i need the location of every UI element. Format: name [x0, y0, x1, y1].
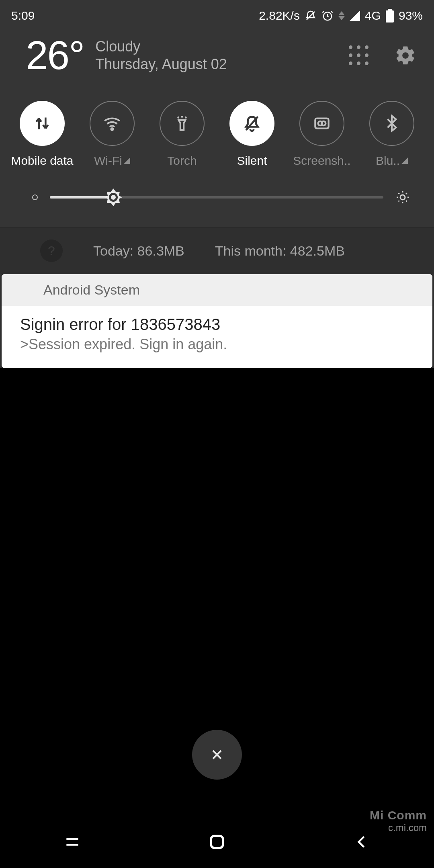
- mobile-data-icon: [20, 101, 65, 146]
- status-battery: 93%: [399, 9, 423, 23]
- status-speed: 2.82K/s: [259, 9, 300, 23]
- data-usage-row[interactable]: ? Today: 86.3MB This month: 482.5MB: [0, 227, 434, 274]
- expand-icon: [401, 158, 408, 164]
- nav-home-button[interactable]: [205, 833, 229, 851]
- watermark-line1: Mi Comm: [370, 809, 427, 822]
- toggle-bluetooth[interactable]: Blu..: [358, 101, 426, 168]
- status-right: 2.82K/s 4G 93%: [259, 9, 423, 23]
- expand-icon: [124, 158, 130, 164]
- brightness-slider[interactable]: [50, 196, 383, 199]
- toggle-torch[interactable]: Torch: [148, 101, 216, 168]
- weather-row: 26° Cloudy Thursday, August 02: [0, 24, 434, 86]
- svg-rect-15: [211, 836, 223, 848]
- watermark-line2: c.mi.com: [370, 822, 427, 833]
- close-icon: [209, 747, 225, 763]
- edit-tiles-icon[interactable]: [349, 45, 369, 66]
- svg-point-9: [111, 195, 116, 200]
- notification-panel: 5:09 2.82K/s 4G 93% 26° Cloudy Thursday,…: [0, 0, 434, 368]
- signal-icon: [350, 10, 360, 21]
- data-today: Today: 86.3MB: [93, 243, 184, 259]
- nav-recents-button[interactable]: [60, 833, 84, 851]
- screenshot-icon: [299, 101, 344, 146]
- toggle-mobile-data[interactable]: Mobile data: [8, 101, 76, 168]
- weather-text[interactable]: Cloudy Thursday, August 02: [95, 38, 227, 73]
- toggle-screenshot[interactable]: Screensh..: [288, 101, 356, 168]
- toggle-label: Screensh..: [293, 154, 350, 168]
- toggle-label: Blu..: [376, 154, 408, 168]
- weather-temp[interactable]: 26°: [26, 32, 84, 78]
- wifi-icon: [90, 101, 135, 146]
- help-icon: ?: [40, 240, 63, 262]
- quick-toggles: Mobile data Wi-Fi Torch Silent Screensh.…: [0, 86, 434, 172]
- toggle-silent[interactable]: Silent: [218, 101, 286, 168]
- svg-point-10: [400, 195, 405, 200]
- status-time: 5:09: [11, 9, 35, 23]
- settings-icon[interactable]: [395, 45, 416, 66]
- torch-icon: [160, 101, 205, 146]
- weather-condition: Cloudy: [95, 38, 227, 55]
- svg-point-6: [321, 121, 326, 125]
- bluetooth-icon: [369, 101, 414, 146]
- silent-icon: [229, 101, 274, 146]
- svg-point-2: [111, 128, 113, 130]
- status-bar: 5:09 2.82K/s 4G 93%: [0, 4, 434, 24]
- notification-body: Signin error for 1836573843 >Session exp…: [2, 306, 432, 368]
- slider-thumb-icon[interactable]: [104, 188, 123, 207]
- toggle-label: Mobile data: [11, 154, 73, 168]
- status-network: 4G: [365, 9, 381, 23]
- notification-subtitle: >Session expired. Sign in again.: [20, 336, 421, 353]
- notification-card[interactable]: Android System Signin error for 18365738…: [2, 274, 432, 368]
- toggle-label: Wi-Fi: [94, 154, 130, 168]
- notification-app-name: Android System: [2, 274, 432, 306]
- navigation-bar: [0, 816, 434, 868]
- toggle-wifi[interactable]: Wi-Fi: [78, 101, 146, 168]
- weather-date: Thursday, August 02: [95, 56, 227, 73]
- brightness-max-icon[interactable]: [395, 190, 410, 205]
- watermark: Mi Comm c.mi.com: [370, 809, 427, 833]
- brightness-row: [0, 172, 434, 227]
- toggle-label: Silent: [237, 154, 267, 168]
- updown-icon: [338, 11, 345, 20]
- toggle-label: Torch: [167, 154, 197, 168]
- alarm-icon: [321, 10, 334, 22]
- mute-icon: [305, 10, 317, 22]
- clear-all-button[interactable]: [192, 730, 242, 780]
- data-month: This month: 482.5MB: [215, 243, 345, 259]
- battery-icon: [386, 9, 394, 23]
- auto-brightness-icon[interactable]: [32, 194, 38, 200]
- notification-title: Signin error for 1836573843: [20, 315, 421, 334]
- nav-back-button[interactable]: [350, 833, 374, 851]
